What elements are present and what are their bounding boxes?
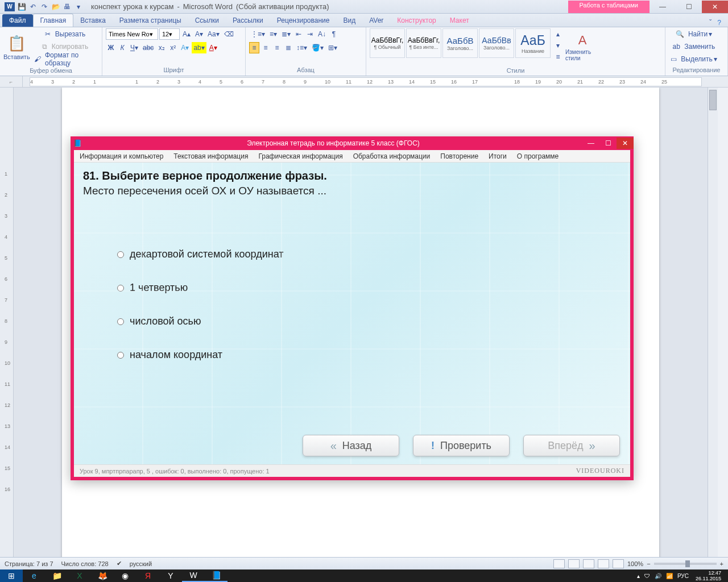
answer-option[interactable]: декартовой системой координат bbox=[117, 248, 621, 260]
zoom-out-icon[interactable]: − bbox=[647, 560, 650, 567]
radio-input[interactable] bbox=[117, 285, 124, 292]
tab-mailings[interactable]: Рассылки bbox=[226, 14, 270, 27]
maximize-button[interactable]: ☐ bbox=[676, 1, 702, 13]
zoom-handle[interactable] bbox=[685, 560, 690, 567]
align-right-icon[interactable]: ≡ bbox=[272, 42, 282, 53]
help-icon[interactable]: ? bbox=[717, 19, 721, 27]
answer-option[interactable]: началом координат bbox=[117, 349, 621, 361]
zoom-in-icon[interactable]: + bbox=[720, 560, 723, 567]
tab-review[interactable]: Рецензирование bbox=[270, 14, 337, 27]
copy-button[interactable]: ⧉ Копировать bbox=[32, 41, 98, 52]
tray-security-icon[interactable]: 🛡 bbox=[644, 573, 650, 579]
font-name-combo[interactable]: Times New Ro ▾ bbox=[106, 28, 158, 40]
ie-icon[interactable]: e bbox=[23, 569, 46, 582]
subscript-icon[interactable]: x₂ bbox=[156, 42, 167, 53]
tab-file[interactable]: Файл bbox=[2, 14, 33, 27]
tray-volume-icon[interactable]: 📶 bbox=[666, 573, 673, 579]
find-button[interactable]: 🔍 Найти ▾ bbox=[669, 28, 719, 40]
check-button[interactable]: !Проверить bbox=[413, 435, 510, 456]
strike-icon[interactable]: abc bbox=[141, 42, 155, 53]
radio-input[interactable] bbox=[117, 318, 124, 325]
answer-option[interactable]: 1 четвертью bbox=[117, 282, 621, 294]
bold-icon[interactable]: Ж bbox=[106, 42, 116, 53]
quiz-task-icon[interactable]: 📘 bbox=[205, 569, 228, 582]
vertical-ruler[interactable]: 12345678910111213141516 bbox=[0, 88, 14, 557]
style-item[interactable]: АаБбВвЗаголово... bbox=[479, 28, 514, 58]
scrollbar-thumb[interactable] bbox=[709, 90, 717, 110]
redo-icon[interactable]: ↷ bbox=[40, 2, 49, 11]
view-web-icon[interactable] bbox=[583, 559, 594, 568]
clear-format-icon[interactable]: ⌫ bbox=[222, 28, 235, 40]
tab-home[interactable]: Главная bbox=[33, 14, 74, 27]
undo-icon[interactable]: ↶ bbox=[28, 2, 38, 11]
justify-icon[interactable]: ≣ bbox=[283, 42, 293, 53]
open-icon[interactable]: 📂 bbox=[51, 2, 60, 11]
tab-insert[interactable]: Вставка bbox=[73, 14, 113, 27]
bullets-icon[interactable]: ⋮≡▾ bbox=[249, 28, 267, 40]
tray-lang[interactable]: РУС bbox=[677, 573, 689, 579]
change-styles-button[interactable]: A Изменить стили bbox=[565, 28, 599, 66]
tray-network-icon[interactable]: 🔊 bbox=[655, 573, 661, 579]
radio-input[interactable] bbox=[117, 352, 124, 359]
highlight-icon[interactable]: ab▾ bbox=[192, 42, 206, 53]
italic-icon[interactable]: К bbox=[117, 42, 127, 53]
select-button[interactable]: ▭ Выделить ▾ bbox=[669, 53, 719, 65]
tab-view[interactable]: Вид bbox=[336, 14, 362, 27]
decrease-indent-icon[interactable]: ⇤ bbox=[293, 28, 304, 40]
view-print-icon[interactable] bbox=[553, 559, 565, 568]
view-draft-icon[interactable] bbox=[613, 559, 624, 568]
close-button[interactable]: ✕ bbox=[702, 1, 728, 13]
tab-aver[interactable]: AVer bbox=[362, 14, 390, 27]
chrome-icon[interactable]: ◉ bbox=[114, 569, 136, 582]
text-effects-icon[interactable]: A▾ bbox=[179, 42, 191, 53]
align-center-icon[interactable]: ≡ bbox=[260, 42, 271, 53]
excel-icon[interactable]: X bbox=[68, 569, 91, 582]
firefox-icon[interactable]: 🦊 bbox=[91, 569, 114, 582]
word-task-icon[interactable]: W bbox=[182, 569, 205, 582]
font-size-combo[interactable]: 12 ▾ bbox=[159, 28, 180, 40]
tab-page-layout[interactable]: Разметка страницы bbox=[113, 14, 188, 27]
view-outline-icon[interactable] bbox=[598, 559, 609, 568]
tab-table-design[interactable]: Конструктор bbox=[390, 14, 442, 27]
show-marks-icon[interactable]: ¶ bbox=[329, 28, 339, 40]
back-button[interactable]: «Назад bbox=[303, 435, 399, 456]
sort-icon[interactable]: A↓ bbox=[316, 28, 328, 40]
forward-button[interactable]: Вперёд» bbox=[523, 435, 620, 456]
font-color-icon[interactable]: A▾ bbox=[208, 42, 219, 53]
underline-icon[interactable]: Ч▾ bbox=[129, 42, 140, 53]
style-item[interactable]: АаБНазвание bbox=[515, 28, 551, 58]
quiz-titlebar[interactable]: 📘 Электронная тетрадь по информатике 5 к… bbox=[71, 136, 634, 150]
status-page[interactable]: Страница: 7 из 7 bbox=[5, 560, 53, 567]
tray-clock[interactable]: 12:47 26.11.2015 bbox=[693, 569, 723, 582]
explorer-icon[interactable]: 📁 bbox=[46, 569, 68, 582]
styles-more-icon[interactable]: ≡ bbox=[553, 51, 563, 63]
increase-indent-icon[interactable]: ⇥ bbox=[305, 28, 315, 40]
superscript-icon[interactable]: x² bbox=[168, 42, 178, 53]
print-icon[interactable]: 🖶 bbox=[63, 2, 72, 11]
style-item[interactable]: АаБбВЗаголово... bbox=[442, 28, 478, 58]
styles-down-icon[interactable]: ▾ bbox=[553, 40, 563, 51]
numbering-icon[interactable]: ≡▾ bbox=[268, 28, 279, 40]
grow-font-icon[interactable]: A▴ bbox=[181, 28, 192, 40]
quiz-menu-item[interactable]: Итоги bbox=[489, 152, 507, 160]
minimize-button[interactable]: — bbox=[650, 1, 676, 13]
vertical-scrollbar[interactable] bbox=[708, 88, 718, 557]
qat-menu-icon[interactable]: ▾ bbox=[74, 2, 83, 11]
borders-icon[interactable]: ⊞▾ bbox=[326, 42, 339, 53]
quiz-menu-item[interactable]: Информация и компьютер bbox=[80, 152, 163, 160]
status-words[interactable]: Число слов: 728 bbox=[61, 560, 109, 567]
replace-button[interactable]: ab Заменить bbox=[669, 41, 719, 52]
ruler-scale[interactable]: 4321123456789101112131415161718192021222… bbox=[30, 77, 702, 86]
tray-up-icon[interactable]: ▴ bbox=[637, 573, 640, 579]
quiz-menu-item[interactable]: Повторение bbox=[440, 152, 478, 160]
status-language[interactable]: русский bbox=[130, 560, 152, 567]
radio-input[interactable] bbox=[117, 251, 124, 258]
format-painter-button[interactable]: 🖌 Формат по образцу bbox=[32, 53, 98, 65]
start-button[interactable]: ⊞ bbox=[0, 569, 23, 582]
tab-references[interactable]: Ссылки bbox=[188, 14, 226, 27]
align-left-icon[interactable]: ≡ bbox=[249, 42, 259, 53]
quiz-menu-item[interactable]: О программе bbox=[517, 152, 559, 160]
paste-button[interactable]: 📋 Вставить bbox=[3, 28, 30, 66]
cut-button[interactable]: ✂ Вырезать bbox=[32, 28, 98, 40]
quiz-maximize-button[interactable]: ☐ bbox=[599, 138, 617, 149]
